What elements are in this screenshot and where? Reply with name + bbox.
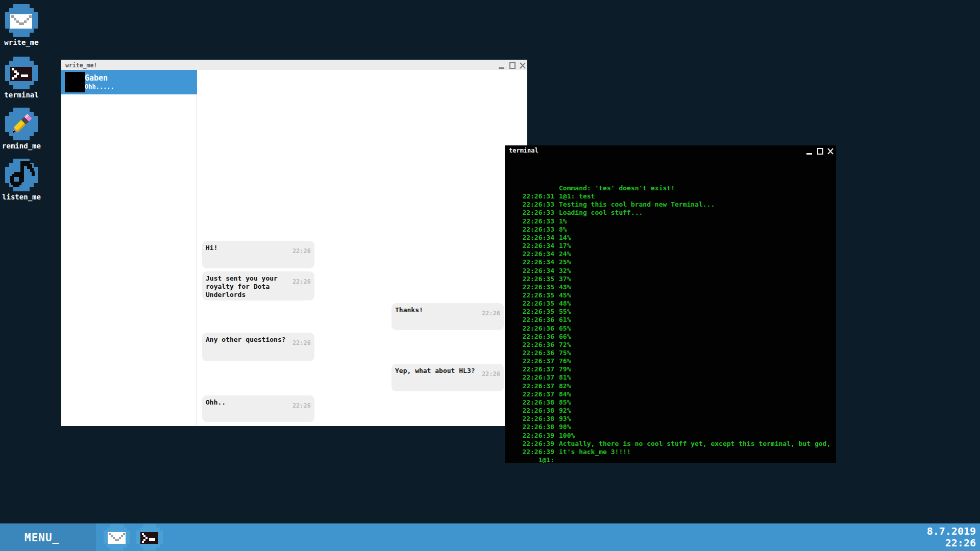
terminal-line-time: 22:26:38 xyxy=(522,415,554,422)
terminal-line-time: 22:26:33 xyxy=(522,209,554,216)
music-note-icon xyxy=(5,159,38,191)
desktop-icon-label: remind_me xyxy=(2,142,41,150)
desktop-icon-label: write_me xyxy=(4,38,38,46)
message-text: Just sent you your royalty for Dota Unde… xyxy=(206,274,293,299)
desktop-icon-terminal[interactable]: terminal xyxy=(5,57,38,89)
terminal-line-time: 22:26:34 xyxy=(522,267,554,274)
terminal-line-text: 45% xyxy=(559,291,571,299)
terminal-line-time: 22:26:39 xyxy=(522,432,554,439)
desktop-icon-write_me[interactable]: write_me xyxy=(5,4,38,37)
chat-window: write_me! Gaben Ohh..... Hi!22:26Just se… xyxy=(61,60,527,426)
terminal-line-time: 22:26:36 xyxy=(522,316,554,323)
terminal-line-text: 76% xyxy=(559,357,571,365)
terminal-line-text: 1@1: test xyxy=(559,192,595,200)
chat-minimize-button[interactable] xyxy=(499,62,505,69)
contact-row-gaben[interactable]: Gaben Ohh..... xyxy=(61,70,197,94)
chat-window-titlebar[interactable]: write_me! xyxy=(61,60,527,70)
terminal-window: terminal Command: 'tes' doesn't exist!22… xyxy=(505,145,836,463)
menu-button-label: MENU_ xyxy=(24,532,59,544)
terminal-line-text: 37% xyxy=(559,275,571,283)
terminal-line-time: 22:26:31 xyxy=(522,192,554,200)
terminal-line-text: 93% xyxy=(559,415,571,422)
message-text: Thanks! xyxy=(395,306,483,314)
terminal-line-text: 92% xyxy=(559,407,571,414)
terminal-line-time: 22:26:35 xyxy=(522,299,554,307)
terminal-line-time: 22:26:33 xyxy=(522,217,554,225)
terminal-line-text: 72% xyxy=(559,341,571,348)
mail-icon xyxy=(5,4,38,37)
terminal-line-text: 85% xyxy=(559,398,571,406)
terminal-line-text: 66% xyxy=(559,333,571,340)
terminal-line-time: 22:26:34 xyxy=(522,234,554,241)
taskbar-app-terminal[interactable] xyxy=(136,524,163,550)
terminal-line-text: Testing this cool brand new Terminal... xyxy=(559,201,715,208)
taskbar-clock: 8.7.2019 22:26 xyxy=(927,525,976,549)
terminal-line-text: it's hack_me 3!!!! xyxy=(559,448,631,456)
terminal-line-time: 22:26:38 xyxy=(522,423,554,431)
terminal-line-time: 22:26:34 xyxy=(522,250,554,258)
message-time: 22:26 xyxy=(292,339,311,346)
message-text: Yep, what about HL3? xyxy=(395,367,483,375)
terminal-line-time: 22:26:35 xyxy=(522,275,554,283)
terminal-line-time: 22:26:36 xyxy=(522,324,554,332)
message-time: 22:26 xyxy=(292,247,311,255)
terminal-line-text: 25% xyxy=(559,258,571,266)
chat-contact-list: Gaben Ohh..... xyxy=(61,70,197,426)
terminal-icon xyxy=(5,57,38,89)
chat-bubble-incoming: Just sent you your royalty for Dota Unde… xyxy=(202,271,314,300)
terminal-line-time: 22:26:37 xyxy=(522,357,554,365)
terminal-line-time: 22:26:33 xyxy=(522,226,554,233)
terminal-line-text: 61% xyxy=(559,316,571,323)
chat-bubble-outgoing: Yep, what about HL3?22:26 xyxy=(391,364,504,391)
terminal-prompt: 1@1: xyxy=(522,456,554,463)
terminal-line-text: 65% xyxy=(559,324,571,332)
terminal-line-time: 22:26:37 xyxy=(522,373,554,381)
terminal-line-text: 79% xyxy=(559,365,571,373)
menu-button[interactable]: MENU_ xyxy=(0,523,96,551)
terminal-line-text: 8% xyxy=(559,226,567,233)
terminal-line-time: 22:26:39 xyxy=(522,440,554,447)
terminal-line-time: 22:26:37 xyxy=(522,382,554,390)
terminal-line-time: 22:26:38 xyxy=(522,398,554,406)
terminal-line-text: Command: 'tes' doesn't exist! xyxy=(559,184,675,192)
terminal-log[interactable]: Command: 'tes' doesn't exist!22:26:311@1… xyxy=(505,145,836,463)
chat-window-title: write_me! xyxy=(65,62,97,69)
terminal-line-time: 22:26:35 xyxy=(522,291,554,299)
chat-bubble-incoming: Ohh..22:26 xyxy=(202,395,314,422)
pencil-icon xyxy=(5,108,38,140)
chat-close-button[interactable] xyxy=(520,62,526,69)
terminal-line-time: 22:26:35 xyxy=(522,283,554,291)
taskbar-app-write-me[interactable] xyxy=(104,524,130,550)
chat-maximize-button[interactable] xyxy=(509,62,516,69)
terminal-line-text: 55% xyxy=(559,308,571,315)
taskbar-time: 22:26 xyxy=(927,537,976,549)
contact-last-message: Ohh..... xyxy=(85,83,114,90)
chat-bubble-outgoing: Thanks!22:26 xyxy=(391,303,504,330)
terminal-line-text: 24% xyxy=(559,250,571,258)
taskbar-date: 8.7.2019 xyxy=(927,525,976,537)
mail-icon xyxy=(104,524,130,550)
contact-name: Gaben xyxy=(85,73,108,83)
terminal-line-time: 22:26:39 xyxy=(522,448,554,456)
message-time: 22:26 xyxy=(482,370,500,378)
terminal-line-time: 22:26:37 xyxy=(522,365,554,373)
desktop-icon-remind_me[interactable]: remind_me xyxy=(5,108,38,140)
message-time: 22:26 xyxy=(292,278,311,285)
desktop-icon-label: listen_me xyxy=(2,193,41,201)
terminal-line-time: 22:26:33 xyxy=(522,201,554,208)
terminal-line-text: 43% xyxy=(559,283,571,291)
terminal-line-time: 22:26:35 xyxy=(522,308,554,315)
terminal-line-time: 22:26:34 xyxy=(522,242,554,249)
terminal-line-text: 48% xyxy=(559,299,571,307)
contact-avatar xyxy=(65,72,85,92)
terminal-line-time: 22:26:36 xyxy=(522,333,554,340)
terminal-line-text: 1% xyxy=(559,217,567,225)
desktop-icon-listen_me[interactable]: listen_me xyxy=(5,159,38,191)
terminal-line-text: 98% xyxy=(559,423,571,431)
terminal-line-text: 100% xyxy=(559,432,575,439)
terminal-line-time: 22:26:36 xyxy=(522,349,554,357)
terminal-line-text: Actually, there is no cool stuff yet, ex… xyxy=(559,440,830,447)
terminal-line-text: 84% xyxy=(559,390,571,398)
message-text: Any other questions? xyxy=(206,336,293,344)
terminal-line-text: 17% xyxy=(559,242,571,249)
